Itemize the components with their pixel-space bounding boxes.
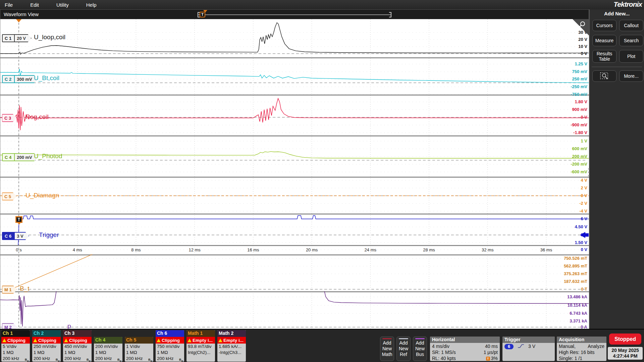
trigger-position-marker[interactable]: T	[15, 216, 22, 223]
channel-badge-ch2[interactable]: C 2300 mV	[2, 75, 38, 83]
more-button[interactable]: More...	[619, 70, 643, 82]
menu-item-edit[interactable]: Edit	[25, 2, 44, 8]
warning-triangle-icon	[218, 339, 222, 342]
acquisition-panel-title: Acquisition	[557, 337, 606, 343]
results-table-button[interactable]: Results Table	[592, 50, 616, 63]
waveform-trace-ch5	[0, 177, 589, 214]
axis-label-ch1: 0 V	[537, 51, 587, 56]
minimap-line	[198, 14, 391, 15]
bottom-toolbar: Ch 1Clipping5 V/div1 MΩ200 kHzBwCh 2Clip…	[0, 329, 644, 362]
horizontal-position-minimap[interactable]: T	[198, 12, 391, 18]
trigger-mini-icon: T	[486, 357, 490, 361]
trigger-top-indicator[interactable]	[16, 19, 21, 22]
time-axis-label: 16 ms	[240, 247, 267, 252]
axis-label-ch2: -250 mV	[537, 84, 587, 89]
bandwidth-limit-badge: Bw	[117, 357, 121, 362]
acquisition-value: Manual,	[559, 343, 576, 349]
axis-label-math1: 750.526 mT	[537, 256, 587, 261]
channel-card-title: Math 1	[186, 330, 215, 337]
waveform-trace-ch4	[0, 135, 589, 177]
waveform-trace-math2	[0, 291, 589, 329]
horizontal-panel[interactable]: Horizontal 4 ms/div40 msSR: 1 MS/s1 µs/p…	[430, 337, 500, 361]
channel-card-row: 1.685 kA/...	[217, 344, 246, 350]
warning-triangle-icon	[64, 339, 68, 342]
add-new-bus-button[interactable]: AddNewBus	[413, 337, 427, 361]
channel-card-ch3[interactable]: Ch 3Clipping450 mV/div1 MΩ200 kHzBw	[63, 330, 92, 362]
channel-card-row: 1 MΩ	[1, 350, 30, 356]
channel-card-row: 450 mV/div	[63, 344, 92, 350]
button-stripe	[415, 338, 425, 339]
search-button[interactable]: Search	[619, 35, 643, 46]
time-axis-label: 24 ms	[357, 247, 384, 252]
channel-badge-ch4[interactable]: C 4200 mV	[2, 153, 38, 161]
channel-card-row: 1 MΩ	[94, 350, 122, 356]
channel-card-title: Ch 5	[125, 337, 153, 344]
acquisition-row: High Res: 16 bits	[559, 349, 604, 355]
add-new-math-button[interactable]: AddNewMath	[380, 337, 394, 361]
channel-card-title: Ch 3	[63, 330, 92, 337]
channel-card-ch2[interactable]: Ch 2Clipping250 mV/div1 MΩ200 kHzBw	[32, 330, 61, 362]
cursors-button[interactable]: Cursors	[592, 20, 616, 31]
time-axis-label: 12 ms	[181, 247, 208, 252]
bandwidth-limit-badge: Bw	[56, 357, 60, 362]
callout-button[interactable]: Callout	[619, 20, 643, 31]
axis-label-math2: 0 A	[537, 324, 587, 329]
channel-card-math1[interactable]: Math 1Empty i...93.8 mT/divIntg(Ch2)...	[186, 330, 215, 362]
channel-card-row: 93.8 mT/div	[186, 344, 215, 350]
axis-label-ch4: 1 V	[537, 138, 587, 143]
channel-badge-ch6[interactable]: C 63 V	[2, 232, 29, 240]
magnifier-icon	[578, 20, 588, 31]
channel-card-ch1[interactable]: Ch 1Clipping5 V/div1 MΩ200 kHzBw	[1, 330, 30, 362]
channel-label-math2: p	[67, 322, 71, 329]
channel-card-row: 1 MΩ	[32, 350, 61, 356]
channel-card-row: 1 MΩ	[125, 350, 153, 356]
trigger-level-arrow[interactable]	[580, 232, 585, 238]
run-stop-status[interactable]: Stopped	[609, 334, 641, 345]
datetime-display: 20 May 2025 4:27:44 PM	[608, 347, 643, 360]
zoom-select-button[interactable]	[592, 70, 616, 82]
channel-card-title: Ch 4	[94, 337, 122, 344]
axis-label-ch5: 2 V	[537, 185, 587, 190]
trigger-panel[interactable]: Trigger 6 3 V	[502, 337, 555, 361]
clipping-warning: Clipping	[63, 337, 92, 344]
acquisition-value: Single: 1 /1	[559, 355, 582, 361]
time-axis-label: 8 ms	[122, 247, 149, 252]
clipping-warning: Clipping	[156, 337, 184, 344]
acquisition-row: Single: 1 /1	[559, 355, 604, 361]
date-text: 20 May 2025	[608, 348, 643, 353]
add-new-title: Add New...	[590, 11, 644, 16]
measure-button[interactable]: Measure	[592, 35, 616, 46]
menu-item-utility[interactable]: Utility	[52, 2, 73, 8]
waveform-plot-area[interactable]: 30 V20 V10 V0 VC 120 VU_loop,coil1.25 V7…	[0, 19, 589, 329]
minimap-trigger-icon[interactable]: T	[200, 12, 205, 17]
axis-label-math1: 187.632 mT	[537, 279, 587, 284]
channel-badge-ch1[interactable]: C 120 V	[2, 34, 32, 42]
channel-card-ch4[interactable]: Ch 4200 mV/div1 MΩ200 kHzBw	[94, 337, 122, 362]
time-text: 4:27:44 PM	[608, 353, 643, 359]
add-new-ref-button[interactable]: AddNewRef	[396, 337, 411, 361]
panel-splitter-grip[interactable]	[588, 168, 590, 176]
channel-card-ch5[interactable]: Ch 51 V/div1 MΩ200 kHzBw	[125, 337, 153, 362]
channel-card-row: 200 kHzBw	[125, 356, 153, 362]
acquisition-value: Analyze	[588, 343, 604, 349]
axis-label-ch4: -600 mV	[537, 169, 587, 174]
waveform-trace-ch3	[0, 95, 589, 135]
channel-card-row: 1 MΩ	[63, 350, 92, 356]
horizontal-value: 40 ms	[485, 343, 498, 349]
acquisition-panel[interactable]: Acquisition Manual,AnalyzeHigh Res: 16 b…	[557, 337, 606, 361]
horizontal-value: 4 ms/div	[432, 343, 449, 349]
channel-card-math2[interactable]: Math 2Empty i...1.685 kA/...-Intg(Ch3...	[217, 330, 246, 362]
menu-item-help[interactable]: Help	[82, 2, 101, 8]
time-axis-label: 36 ms	[533, 247, 559, 252]
minimap-right-bracket[interactable]	[389, 12, 391, 17]
axis-label-ch1: 30 V	[537, 30, 587, 35]
plot-button[interactable]: Plot	[619, 50, 643, 63]
channel-card-title: Math 2	[217, 330, 246, 337]
time-axis-label: 0 s	[5, 247, 32, 252]
channel-card-title: Ch 2	[32, 330, 61, 337]
channel-card-ch6[interactable]: Ch 6Clipping750 mV/div1 MΩ200 kHzBw	[156, 330, 184, 362]
horizontal-panel-title: Horizontal	[430, 337, 500, 343]
menu-item-file[interactable]: File	[0, 2, 17, 8]
axis-label-math2: 10.114 kA	[537, 303, 587, 308]
channel-card-title: Ch 6	[156, 330, 184, 337]
